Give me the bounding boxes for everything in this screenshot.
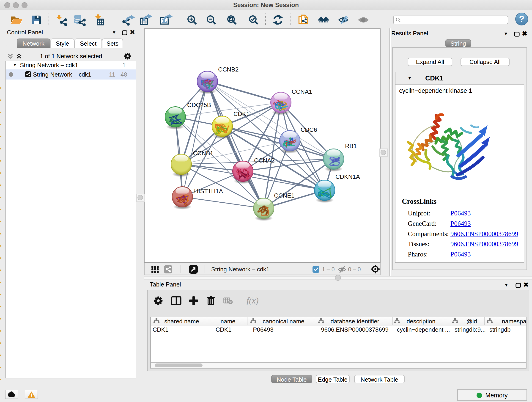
svg-text:CCNB2: CCNB2	[218, 66, 239, 73]
svg-text:CDC25B: CDC25B	[187, 102, 211, 108]
svg-text:CCNA1: CCNA1	[292, 88, 312, 95]
svg-text:CCNB1: CCNB1	[193, 150, 213, 157]
svg-text:RB1: RB1	[345, 143, 357, 149]
svg-text:CDK1: CDK1	[234, 110, 249, 117]
svg-text:CCNA2: CCNA2	[254, 157, 274, 164]
svg-text:CCNE1: CCNE1	[274, 192, 294, 199]
svg-text:f(x): f(x)	[247, 296, 259, 306]
svg-text:HIST1H1A: HIST1H1A	[194, 188, 223, 195]
svg-text:CDKN1A: CDKN1A	[336, 173, 360, 180]
svg-text:CDC6: CDC6	[301, 126, 317, 133]
